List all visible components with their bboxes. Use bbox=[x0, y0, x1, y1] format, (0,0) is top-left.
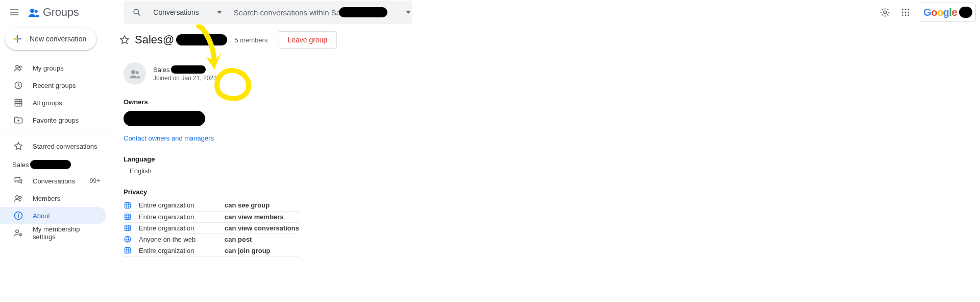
sidebar-item-favorite-groups[interactable]: Favorite groups bbox=[0, 111, 106, 129]
sidebar-top-nav: My groups Recent groups All groups Favor… bbox=[0, 59, 112, 129]
conversation-count-badge: 99+ bbox=[90, 177, 100, 184]
sidebar-item-label: Starred conversations bbox=[33, 143, 97, 150]
forum-icon bbox=[13, 176, 23, 186]
divider bbox=[0, 133, 112, 133]
org-icon bbox=[124, 224, 132, 232]
sidebar-item-label: About bbox=[33, 212, 50, 220]
settings-button[interactable] bbox=[875, 2, 895, 22]
sidebar-item-starred-conversations[interactable]: Starred conversations bbox=[0, 137, 106, 155]
privacy-scope: Entire organization bbox=[139, 222, 225, 234]
sidebar-item-label: Members bbox=[33, 195, 60, 202]
privacy-row: Entire organization can see group bbox=[124, 200, 299, 211]
org-icon bbox=[124, 213, 132, 221]
sidebar-item-label: All groups bbox=[33, 99, 62, 107]
star-group-button[interactable] bbox=[118, 34, 131, 46]
search-button[interactable] bbox=[127, 2, 147, 22]
groups-logo[interactable]: Groups bbox=[27, 5, 79, 19]
sidebar-item-about[interactable]: About bbox=[0, 207, 106, 224]
sidebar-item-label: Conversations bbox=[33, 177, 75, 185]
chevron-down-icon bbox=[217, 11, 222, 14]
header: Groups Conversations Google bbox=[0, 0, 980, 25]
app-name: Groups bbox=[43, 6, 79, 19]
search-bar: Conversations bbox=[124, 1, 412, 24]
group-email-prefix: Sales bbox=[153, 66, 170, 74]
star-outline-icon bbox=[119, 34, 130, 45]
apps-grid-icon bbox=[900, 7, 911, 17]
sidebar-item-my-groups[interactable]: My groups bbox=[0, 59, 106, 77]
org-icon bbox=[124, 246, 132, 254]
joined-date: Joined on Jan 21, 2023 bbox=[153, 75, 217, 82]
people-icon bbox=[13, 63, 23, 73]
search-options-dropdown[interactable] bbox=[389, 2, 409, 22]
sidebar: New conversation My groups Recent groups… bbox=[0, 25, 112, 257]
search-scope-dropdown[interactable]: Conversations bbox=[147, 8, 231, 16]
sidebar-item-label: Favorite groups bbox=[33, 117, 79, 124]
sidebar-item-conversations[interactable]: Conversations 99+ bbox=[0, 172, 106, 190]
star-icon bbox=[13, 141, 23, 151]
about-section: Sales Joined on Jan 21, 2023 Owners Cont… bbox=[124, 62, 980, 257]
sidebar-group-heading[interactable]: Sales bbox=[0, 155, 112, 172]
privacy-permission: can view members bbox=[225, 211, 299, 222]
google-account-button[interactable]: Google bbox=[919, 3, 976, 22]
privacy-scope: Anyone on the web bbox=[139, 234, 225, 245]
sidebar-item-label: Recent groups bbox=[33, 82, 76, 89]
privacy-scope: Entire organization bbox=[139, 211, 225, 222]
members-count-link[interactable]: 5 members bbox=[234, 36, 267, 44]
redacted-group-domain bbox=[176, 34, 227, 45]
main-menu-button[interactable] bbox=[4, 2, 24, 22]
redacted-account bbox=[959, 7, 972, 18]
sidebar-item-membership-settings[interactable]: My membership settings bbox=[0, 224, 106, 242]
sidebar-item-recent-groups[interactable]: Recent groups bbox=[0, 77, 106, 94]
people-icon bbox=[13, 193, 23, 203]
redacted-group-domain bbox=[30, 160, 71, 169]
clock-icon bbox=[13, 80, 23, 90]
plus-icon bbox=[10, 32, 24, 46]
owners-heading: Owners bbox=[124, 98, 980, 106]
contact-owners-link[interactable]: Contact owners and managers bbox=[124, 134, 214, 142]
org-icon bbox=[124, 201, 132, 210]
privacy-table: Entire organization can see group Entire… bbox=[124, 200, 299, 257]
sidebar-item-label: My groups bbox=[33, 64, 64, 72]
gear-icon bbox=[879, 7, 891, 18]
group-email: Sales bbox=[153, 65, 217, 74]
search-icon bbox=[132, 7, 142, 17]
people-fill-icon bbox=[128, 66, 142, 81]
title-row: Sales@ 5 members Leave group bbox=[118, 29, 980, 51]
privacy-permission: can see group bbox=[225, 200, 299, 211]
privacy-row: Entire organization can view conversatio… bbox=[124, 222, 299, 234]
google-apps-button[interactable] bbox=[895, 2, 916, 22]
chevron-down-icon bbox=[406, 11, 410, 14]
sidebar-group-name: Sales bbox=[12, 161, 29, 169]
privacy-row: Entire organization can join group bbox=[124, 245, 299, 256]
info-icon bbox=[13, 211, 23, 221]
privacy-scope: Entire organization bbox=[139, 200, 225, 211]
sidebar-item-members[interactable]: Members bbox=[0, 190, 106, 207]
redacted-domain bbox=[339, 7, 387, 17]
sidebar-item-all-groups[interactable]: All groups bbox=[0, 94, 106, 111]
group-avatar[interactable] bbox=[124, 62, 146, 85]
leave-group-button[interactable]: Leave group bbox=[278, 31, 337, 49]
privacy-row: Entire organization can view members bbox=[124, 211, 299, 222]
org-icon bbox=[13, 98, 23, 108]
privacy-permission: can view conversations bbox=[225, 222, 299, 234]
redacted-owner bbox=[124, 111, 205, 126]
person-gear-icon bbox=[13, 228, 23, 238]
new-conversation-button[interactable]: New conversation bbox=[5, 28, 96, 50]
group-title: Sales@ bbox=[135, 33, 174, 47]
globe-icon bbox=[124, 235, 132, 243]
redacted-group-email-domain bbox=[171, 65, 206, 74]
main-content: Sales@ 5 members Leave group Sales bbox=[112, 25, 980, 257]
folder-star-icon bbox=[13, 115, 23, 125]
language-value: English bbox=[130, 167, 980, 175]
privacy-permission: can post bbox=[225, 234, 299, 245]
privacy-heading: Privacy bbox=[124, 188, 980, 196]
search-scope-label: Conversations bbox=[153, 8, 199, 16]
privacy-scope: Entire organization bbox=[139, 245, 225, 256]
privacy-row: Anyone on the web can post bbox=[124, 234, 299, 245]
groups-logo-icon bbox=[27, 5, 41, 19]
menu-icon bbox=[9, 7, 19, 17]
google-wordmark: Google bbox=[923, 7, 957, 18]
language-heading: Language bbox=[124, 155, 980, 163]
sidebar-item-label: My membership settings bbox=[33, 225, 100, 241]
new-conversation-label: New conversation bbox=[30, 35, 86, 43]
